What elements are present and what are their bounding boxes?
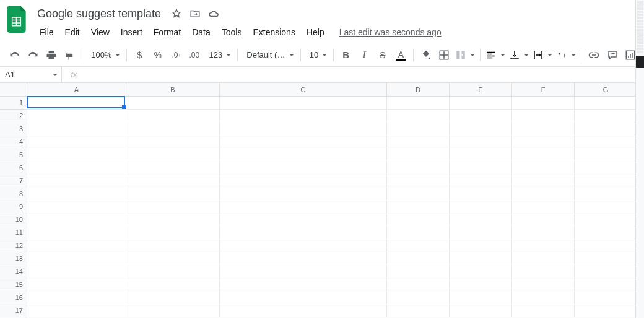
cell[interactable] (450, 110, 512, 122)
cell[interactable] (27, 239, 126, 252)
cell[interactable] (126, 200, 220, 213)
col-header-C[interactable]: C (220, 83, 387, 96)
cell[interactable] (512, 265, 575, 278)
select-all-corner[interactable] (0, 83, 27, 97)
cell[interactable] (575, 252, 637, 265)
name-box[interactable]: A1 (0, 67, 62, 82)
row-header-2[interactable]: 2 (0, 110, 27, 122)
row-header-3[interactable]: 3 (0, 122, 27, 135)
cell[interactable] (220, 187, 387, 200)
cell[interactable] (220, 174, 387, 187)
cell[interactable] (450, 187, 512, 200)
cell[interactable] (512, 148, 575, 161)
col-header-B[interactable]: B (126, 83, 220, 96)
cell[interactable] (387, 110, 450, 122)
cell[interactable] (387, 122, 450, 135)
row-header-9[interactable]: 9 (0, 200, 27, 213)
col-header-A[interactable]: A (27, 83, 126, 96)
cell[interactable] (220, 110, 387, 122)
cell[interactable] (126, 291, 220, 304)
cell[interactable] (27, 187, 126, 200)
cell[interactable] (387, 304, 450, 317)
formula-bar[interactable] (87, 67, 644, 82)
cell[interactable] (220, 278, 387, 291)
col-header-G[interactable]: G (575, 83, 637, 96)
cell[interactable] (27, 226, 126, 239)
cell[interactable] (126, 135, 220, 148)
cell[interactable] (126, 304, 220, 317)
doc-title[interactable]: Google suggest template (35, 6, 163, 22)
decrease-decimal-button[interactable]: .0↓ (168, 46, 185, 64)
cell[interactable] (575, 122, 637, 135)
cell[interactable] (450, 161, 512, 174)
cell[interactable] (450, 278, 512, 291)
cell[interactable] (387, 239, 450, 252)
cell[interactable] (27, 135, 126, 148)
menu-data[interactable]: Data (187, 25, 215, 40)
cell[interactable] (27, 304, 126, 317)
menu-format[interactable]: Format (149, 25, 186, 40)
cell[interactable] (27, 252, 126, 265)
cell[interactable] (27, 265, 126, 278)
cell[interactable] (126, 148, 220, 161)
cell[interactable] (387, 226, 450, 239)
cell[interactable] (27, 110, 126, 122)
cell[interactable] (575, 226, 637, 239)
row-header-17[interactable]: 17 (0, 304, 27, 317)
text-color-button[interactable]: A (393, 46, 410, 64)
cell[interactable] (450, 148, 512, 161)
cell[interactable] (450, 265, 512, 278)
redo-button[interactable] (25, 46, 42, 64)
cell[interactable] (450, 291, 512, 304)
cell[interactable] (126, 122, 220, 135)
cell[interactable] (450, 226, 512, 239)
cell[interactable] (220, 265, 387, 278)
cell[interactable] (27, 278, 126, 291)
last-edit-link[interactable]: Last edit was seconds ago (339, 27, 442, 37)
cell[interactable] (512, 213, 575, 226)
currency-button[interactable]: $ (131, 46, 148, 64)
cell[interactable] (27, 97, 126, 110)
link-button[interactable] (585, 46, 603, 64)
cell[interactable] (575, 110, 637, 122)
cell[interactable] (512, 97, 575, 110)
fontsize-dropdown[interactable]: 10 (305, 46, 329, 64)
increase-decimal-button[interactable]: .00 (186, 46, 203, 64)
cell[interactable] (387, 213, 450, 226)
cell[interactable] (512, 161, 575, 174)
row-header-11[interactable]: 11 (0, 226, 27, 239)
cell[interactable] (126, 278, 220, 291)
cell[interactable] (126, 97, 220, 110)
menu-view[interactable]: View (86, 25, 115, 40)
cell[interactable] (575, 135, 637, 148)
borders-button[interactable] (436, 46, 453, 64)
cell-grid[interactable] (27, 97, 644, 318)
row-header-16[interactable]: 16 (0, 291, 27, 304)
cell[interactable] (126, 213, 220, 226)
cell[interactable] (575, 187, 637, 200)
row-header-5[interactable]: 5 (0, 148, 27, 161)
cell[interactable] (27, 148, 126, 161)
cell[interactable] (27, 122, 126, 135)
cell[interactable] (512, 252, 575, 265)
cell[interactable] (575, 291, 637, 304)
move-icon[interactable] (189, 8, 201, 19)
cell[interactable] (387, 265, 450, 278)
cell[interactable] (126, 174, 220, 187)
valign-dropdown[interactable] (508, 46, 530, 64)
cell[interactable] (512, 110, 575, 122)
cell[interactable] (512, 200, 575, 213)
cell[interactable] (27, 291, 126, 304)
strikethrough-button[interactable]: S (374, 46, 391, 64)
cell[interactable] (387, 200, 450, 213)
cell[interactable] (575, 97, 637, 110)
menu-extensions[interactable]: Extensions (248, 25, 300, 40)
cell[interactable] (450, 252, 512, 265)
cell[interactable] (27, 213, 126, 226)
cell[interactable] (27, 200, 126, 213)
cell[interactable] (387, 97, 450, 110)
cell[interactable] (450, 304, 512, 317)
cell[interactable] (575, 304, 637, 317)
undo-button[interactable] (6, 46, 24, 64)
menu-help[interactable]: Help (302, 25, 329, 40)
